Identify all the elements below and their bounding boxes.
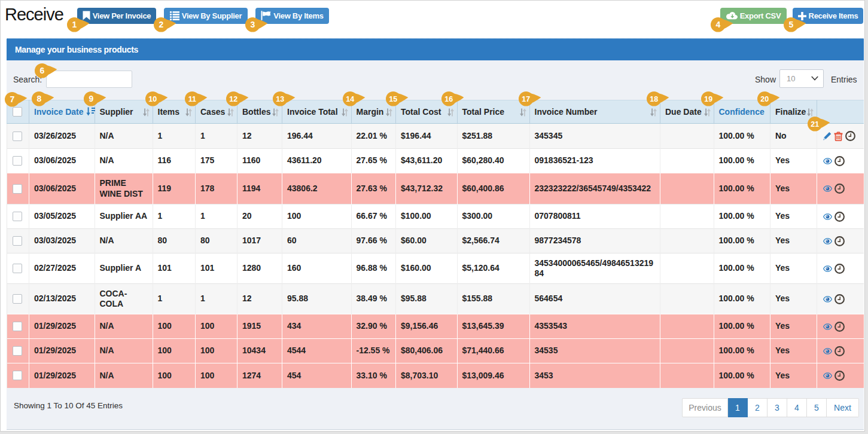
svg-text:13: 13 — [276, 95, 284, 103]
svg-text:20: 20 — [760, 95, 769, 103]
svg-text:19: 19 — [704, 95, 712, 103]
svg-text:8: 8 — [36, 94, 41, 103]
svg-text:11: 11 — [188, 95, 196, 103]
svg-text:10: 10 — [148, 95, 157, 103]
svg-text:21: 21 — [811, 120, 819, 129]
svg-text:6: 6 — [39, 66, 44, 75]
svg-text:14: 14 — [346, 95, 354, 103]
svg-text:4: 4 — [715, 20, 720, 29]
svg-text:1: 1 — [72, 20, 77, 29]
svg-text:2: 2 — [159, 20, 163, 29]
svg-text:16: 16 — [444, 95, 453, 103]
svg-text:7: 7 — [10, 94, 14, 104]
svg-text:3: 3 — [250, 20, 255, 29]
svg-text:18: 18 — [650, 95, 658, 103]
svg-text:12: 12 — [229, 95, 237, 103]
svg-text:15: 15 — [389, 95, 397, 103]
svg-text:17: 17 — [522, 95, 530, 103]
svg-text:5: 5 — [788, 20, 793, 29]
svg-text:9: 9 — [89, 94, 93, 103]
